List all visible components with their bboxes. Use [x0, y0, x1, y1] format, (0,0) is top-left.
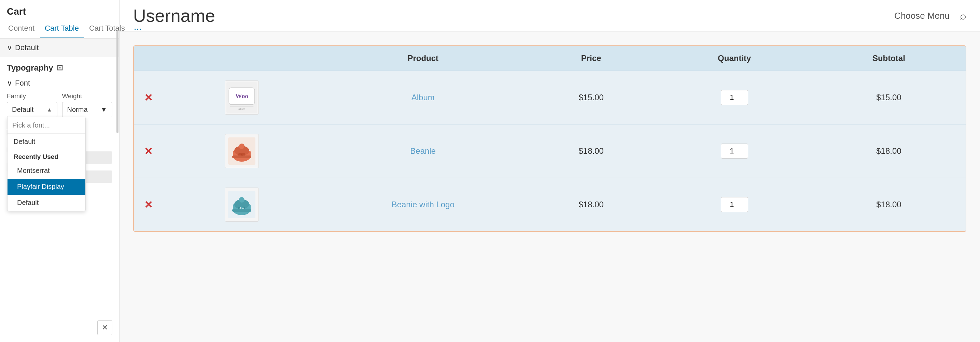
col-qty: Quantity: [657, 46, 812, 71]
price-cell-1: $15.00: [525, 71, 657, 125]
weight-label: Weight: [62, 92, 113, 100]
dropdown-montserrat[interactable]: Montserrat: [8, 163, 85, 179]
remove-cell-2: ✕: [134, 125, 163, 178]
family-select[interactable]: Default ▲ Default Recently Used Montserr…: [7, 102, 57, 117]
family-weight-row: Family Default ▲ Default Recently Used M…: [7, 92, 112, 117]
tab-more[interactable]: ···: [130, 20, 145, 38]
close-button[interactable]: ✕: [97, 320, 112, 335]
family-col: Family Default ▲ Default Recently Used M…: [7, 92, 57, 117]
main-content: Product Price Quantity Subtotal ✕: [119, 32, 980, 342]
remove-button-2[interactable]: ✕: [144, 146, 153, 157]
typography-row: Typography ⊡: [0, 57, 119, 76]
right-header: Username Choose Menu ⌕: [119, 0, 980, 32]
product-name-cell-3: Beanie with Logo: [321, 178, 525, 231]
default-section[interactable]: ∨ Default: [0, 38, 119, 57]
svg-rect-22: [232, 209, 251, 212]
font-label: Font: [15, 79, 30, 88]
monitor-icon: ⊡: [57, 63, 63, 72]
col-thumb: [163, 46, 321, 71]
svg-text:album: album: [238, 108, 245, 111]
dropdown-default2[interactable]: Default: [8, 195, 85, 211]
woo-product-image: Woo album: [226, 82, 257, 113]
search-icon[interactable]: ⌕: [960, 10, 966, 22]
price-cell-3: $18.00: [525, 178, 657, 231]
table-row: ✕: [134, 125, 966, 178]
svg-point-21: [242, 208, 243, 209]
beanie-product-image: [228, 138, 255, 165]
dropdown-playfair[interactable]: Playfair Display: [8, 179, 85, 195]
left-panel: Cart Content Cart Table Cart Totals ··· …: [0, 0, 119, 342]
font-search-input[interactable]: [8, 117, 85, 134]
product-thumb-1: Woo album: [225, 81, 259, 114]
right-panel: Username Choose Menu ⌕ Product Price Qua…: [119, 0, 980, 342]
col-remove: [134, 46, 163, 71]
tab-cart-totals[interactable]: Cart Totals: [84, 19, 130, 38]
subtotal-cell-3: $18.00: [812, 178, 966, 231]
table-header-row: Product Price Quantity Subtotal: [134, 46, 966, 71]
weight-arrow: ▼: [100, 106, 107, 114]
font-section: ∨ Font Family Default ▲ Default Recently…: [0, 76, 119, 121]
tabs-row: Content Cart Table Cart Totals ···: [0, 19, 119, 38]
product-link-1[interactable]: Album: [412, 93, 435, 102]
svg-point-9: [239, 144, 245, 149]
tab-cart-table[interactable]: Cart Table: [40, 19, 84, 38]
product-name-cell-2: Beanie: [321, 125, 525, 178]
qty-input-1[interactable]: [721, 90, 748, 105]
beanie-logo-product-image: [228, 191, 255, 218]
font-collapse-row[interactable]: ∨ Font: [7, 76, 112, 92]
cart-table-wrapper: Product Price Quantity Subtotal ✕: [133, 45, 966, 232]
choose-menu-button[interactable]: Choose Menu: [894, 11, 950, 21]
thumb-cell-2: [163, 125, 321, 178]
weight-col: Weight Norma ▼: [62, 92, 113, 117]
tab-content[interactable]: Content: [3, 19, 39, 38]
svg-point-20: [240, 208, 241, 209]
product-link-2[interactable]: Beanie: [410, 146, 436, 155]
remove-button-1[interactable]: ✕: [144, 92, 153, 103]
svg-point-17: [239, 197, 245, 203]
default-chevron: ∨: [7, 43, 12, 52]
default-label: Default: [15, 43, 39, 52]
thumb-cell-1: Woo album: [163, 71, 321, 125]
qty-input-3[interactable]: [721, 197, 748, 212]
product-name-cell-1: Album: [321, 71, 525, 125]
remove-button-3[interactable]: ✕: [144, 199, 153, 211]
remove-cell-3: ✕: [134, 178, 163, 231]
svg-rect-12: [232, 155, 251, 158]
recently-used-label: Recently Used: [8, 150, 85, 163]
table-row: ✕ Woo album: [134, 71, 966, 125]
panel-title: Cart: [0, 0, 119, 19]
qty-input-2[interactable]: [721, 144, 748, 158]
price-cell-2: $18.00: [525, 125, 657, 178]
qty-cell-3: [657, 178, 812, 231]
product-link-3[interactable]: Beanie with Logo: [392, 200, 455, 209]
font-dropdown: Default Recently Used Montserrat Playfai…: [7, 117, 86, 211]
family-label: Family: [7, 92, 57, 100]
table-row: ✕: [134, 178, 966, 231]
svg-text:Woo: Woo: [235, 92, 248, 100]
weight-value: Norma: [67, 106, 88, 114]
family-value: Default: [12, 106, 33, 114]
qty-cell-2: [657, 125, 812, 178]
thumb-cell-3: [163, 178, 321, 231]
product-thumb-2: [225, 134, 259, 168]
typography-label: Typography: [7, 63, 53, 73]
page-title: Username: [133, 5, 894, 26]
subtotal-cell-1: $15.00: [812, 71, 966, 125]
product-thumb-3: [225, 188, 259, 222]
col-product: Product: [321, 46, 525, 71]
subtotal-cell-2: $18.00: [812, 125, 966, 178]
col-subtotal: Subtotal: [812, 46, 966, 71]
col-price: Price: [525, 46, 657, 71]
weight-select[interactable]: Norma ▼: [62, 102, 113, 117]
dropdown-default[interactable]: Default: [8, 134, 85, 150]
cart-table: Product Price Quantity Subtotal ✕: [134, 46, 966, 231]
family-arrow: ▲: [47, 107, 52, 113]
remove-cell-1: ✕: [134, 71, 163, 125]
font-chevron: ∨: [7, 79, 12, 88]
scroll-thumb[interactable]: [116, 31, 118, 133]
qty-cell-1: [657, 71, 812, 125]
